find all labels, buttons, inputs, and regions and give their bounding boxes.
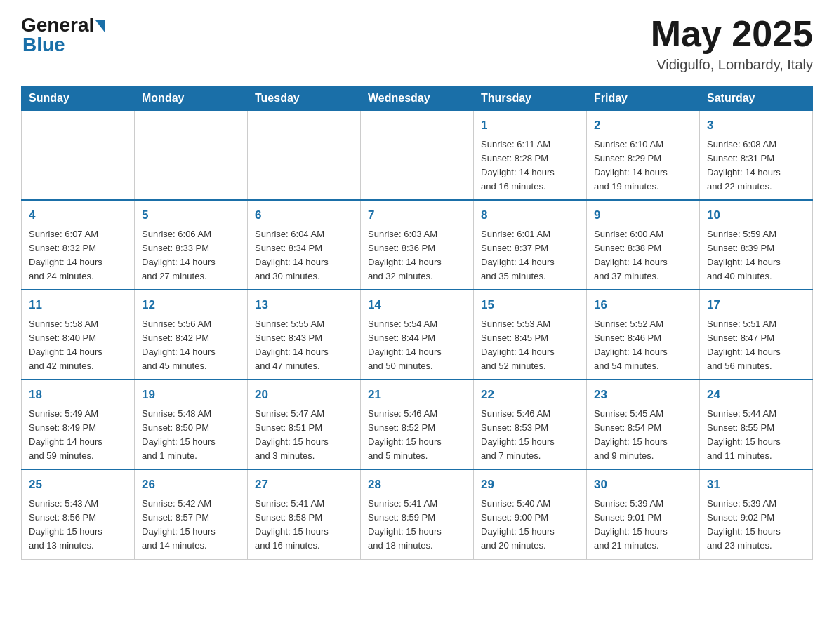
day-info: Sunrise: 6:03 AMSunset: 8:36 PMDaylight:… [368,227,466,284]
day-number: 7 [368,206,466,224]
day-number: 1 [481,116,579,135]
calendar-cell: 25Sunrise: 5:43 AMSunset: 8:56 PMDayligh… [22,469,135,559]
day-info: Sunrise: 5:42 AMSunset: 8:57 PMDaylight:… [142,497,240,554]
day-number: 29 [481,476,579,494]
weekday-header-row: SundayMondayTuesdayWednesdayThursdayFrid… [22,86,813,111]
day-number: 14 [368,296,466,314]
day-number: 31 [707,476,805,494]
calendar-cell: 23Sunrise: 5:45 AMSunset: 8:54 PMDayligh… [587,380,700,469]
day-info: Sunrise: 5:51 AMSunset: 8:47 PMDaylight:… [707,317,805,374]
calendar-cell: 31Sunrise: 5:39 AMSunset: 9:02 PMDayligh… [700,469,813,559]
day-number: 30 [594,476,692,494]
logo-blue-text: Blue [22,34,65,56]
day-number: 18 [29,386,127,404]
day-info: Sunrise: 5:41 AMSunset: 8:58 PMDaylight:… [255,497,353,554]
day-number: 12 [142,296,240,314]
weekday-header-saturday: Saturday [700,86,813,111]
day-number: 19 [142,386,240,404]
day-info: Sunrise: 5:54 AMSunset: 8:44 PMDaylight:… [368,317,466,374]
day-number: 6 [255,206,353,224]
day-info: Sunrise: 5:58 AMSunset: 8:40 PMDaylight:… [29,317,127,374]
day-number: 21 [368,386,466,404]
day-info: Sunrise: 5:53 AMSunset: 8:45 PMDaylight:… [481,317,579,374]
day-info: Sunrise: 5:49 AMSunset: 8:49 PMDaylight:… [29,407,127,464]
calendar-cell: 4Sunrise: 6:07 AMSunset: 8:32 PMDaylight… [22,200,135,290]
calendar-cell: 18Sunrise: 5:49 AMSunset: 8:49 PMDayligh… [22,380,135,469]
day-number: 3 [707,116,805,135]
day-info: Sunrise: 5:39 AMSunset: 9:02 PMDaylight:… [707,497,805,554]
calendar-week-row: 18Sunrise: 5:49 AMSunset: 8:49 PMDayligh… [22,380,813,469]
title-block: May 2025 Vidigulfo, Lombardy, Italy [651,14,813,73]
day-number: 2 [594,116,692,135]
day-info: Sunrise: 5:55 AMSunset: 8:43 PMDaylight:… [255,317,353,374]
calendar-cell: 5Sunrise: 6:06 AMSunset: 8:33 PMDaylight… [135,200,248,290]
calendar-cell: 15Sunrise: 5:53 AMSunset: 8:45 PMDayligh… [474,290,587,380]
day-number: 13 [255,296,353,314]
calendar-week-row: 1Sunrise: 6:11 AMSunset: 8:28 PMDaylight… [22,111,813,201]
calendar-cell: 16Sunrise: 5:52 AMSunset: 8:46 PMDayligh… [587,290,700,380]
day-info: Sunrise: 5:45 AMSunset: 8:54 PMDaylight:… [594,407,692,464]
day-info: Sunrise: 5:44 AMSunset: 8:55 PMDaylight:… [707,407,805,464]
day-info: Sunrise: 6:00 AMSunset: 8:38 PMDaylight:… [594,227,692,284]
logo: General Blue [21,14,105,56]
day-number: 27 [255,476,353,494]
calendar-cell: 20Sunrise: 5:47 AMSunset: 8:51 PMDayligh… [248,380,361,469]
calendar-cell: 30Sunrise: 5:39 AMSunset: 9:01 PMDayligh… [587,469,700,559]
day-number: 25 [29,476,127,494]
day-info: Sunrise: 6:11 AMSunset: 8:28 PMDaylight:… [481,137,579,194]
calendar-cell: 19Sunrise: 5:48 AMSunset: 8:50 PMDayligh… [135,380,248,469]
calendar-week-row: 4Sunrise: 6:07 AMSunset: 8:32 PMDaylight… [22,200,813,290]
calendar-cell: 21Sunrise: 5:46 AMSunset: 8:52 PMDayligh… [361,380,474,469]
calendar-cell: 3Sunrise: 6:08 AMSunset: 8:31 PMDaylight… [700,111,813,201]
day-info: Sunrise: 5:46 AMSunset: 8:52 PMDaylight:… [368,407,466,464]
day-number: 17 [707,296,805,314]
day-number: 4 [29,206,127,224]
page-header: General Blue May 2025 Vidigulfo, Lombard… [21,14,813,73]
calendar-cell: 7Sunrise: 6:03 AMSunset: 8:36 PMDaylight… [361,200,474,290]
calendar-cell [248,111,361,201]
weekday-header-monday: Monday [135,86,248,111]
day-info: Sunrise: 6:08 AMSunset: 8:31 PMDaylight:… [707,137,805,194]
day-number: 26 [142,476,240,494]
calendar-cell [135,111,248,201]
day-number: 20 [255,386,353,404]
calendar-cell: 26Sunrise: 5:42 AMSunset: 8:57 PMDayligh… [135,469,248,559]
day-number: 23 [594,386,692,404]
calendar-cell: 11Sunrise: 5:58 AMSunset: 8:40 PMDayligh… [22,290,135,380]
calendar-cell: 8Sunrise: 6:01 AMSunset: 8:37 PMDaylight… [474,200,587,290]
day-info: Sunrise: 5:59 AMSunset: 8:39 PMDaylight:… [707,227,805,284]
day-info: Sunrise: 5:40 AMSunset: 9:00 PMDaylight:… [481,497,579,554]
day-info: Sunrise: 6:06 AMSunset: 8:33 PMDaylight:… [142,227,240,284]
weekday-header-tuesday: Tuesday [248,86,361,111]
weekday-header-sunday: Sunday [22,86,135,111]
day-info: Sunrise: 6:10 AMSunset: 8:29 PMDaylight:… [594,137,692,194]
day-info: Sunrise: 5:41 AMSunset: 8:59 PMDaylight:… [368,497,466,554]
day-number: 15 [481,296,579,314]
calendar-table: SundayMondayTuesdayWednesdayThursdayFrid… [21,86,813,559]
calendar-week-row: 25Sunrise: 5:43 AMSunset: 8:56 PMDayligh… [22,469,813,559]
calendar-cell [22,111,135,201]
logo-arrow-icon [95,20,105,33]
calendar-cell: 24Sunrise: 5:44 AMSunset: 8:55 PMDayligh… [700,380,813,469]
calendar-cell: 12Sunrise: 5:56 AMSunset: 8:42 PMDayligh… [135,290,248,380]
calendar-cell: 27Sunrise: 5:41 AMSunset: 8:58 PMDayligh… [248,469,361,559]
calendar-cell: 9Sunrise: 6:00 AMSunset: 8:38 PMDaylight… [587,200,700,290]
day-number: 22 [481,386,579,404]
day-info: Sunrise: 5:48 AMSunset: 8:50 PMDaylight:… [142,407,240,464]
calendar-cell: 14Sunrise: 5:54 AMSunset: 8:44 PMDayligh… [361,290,474,380]
calendar-cell: 29Sunrise: 5:40 AMSunset: 9:00 PMDayligh… [474,469,587,559]
calendar-cell: 28Sunrise: 5:41 AMSunset: 8:59 PMDayligh… [361,469,474,559]
day-info: Sunrise: 5:43 AMSunset: 8:56 PMDaylight:… [29,497,127,554]
month-title: May 2025 [651,14,813,54]
calendar-cell: 10Sunrise: 5:59 AMSunset: 8:39 PMDayligh… [700,200,813,290]
calendar-cell [361,111,474,201]
day-number: 16 [594,296,692,314]
day-number: 10 [707,206,805,224]
day-info: Sunrise: 5:47 AMSunset: 8:51 PMDaylight:… [255,407,353,464]
day-number: 11 [29,296,127,314]
day-info: Sunrise: 6:07 AMSunset: 8:32 PMDaylight:… [29,227,127,284]
calendar-cell: 17Sunrise: 5:51 AMSunset: 8:47 PMDayligh… [700,290,813,380]
day-info: Sunrise: 5:39 AMSunset: 9:01 PMDaylight:… [594,497,692,554]
day-info: Sunrise: 5:46 AMSunset: 8:53 PMDaylight:… [481,407,579,464]
calendar-cell: 2Sunrise: 6:10 AMSunset: 8:29 PMDaylight… [587,111,700,201]
